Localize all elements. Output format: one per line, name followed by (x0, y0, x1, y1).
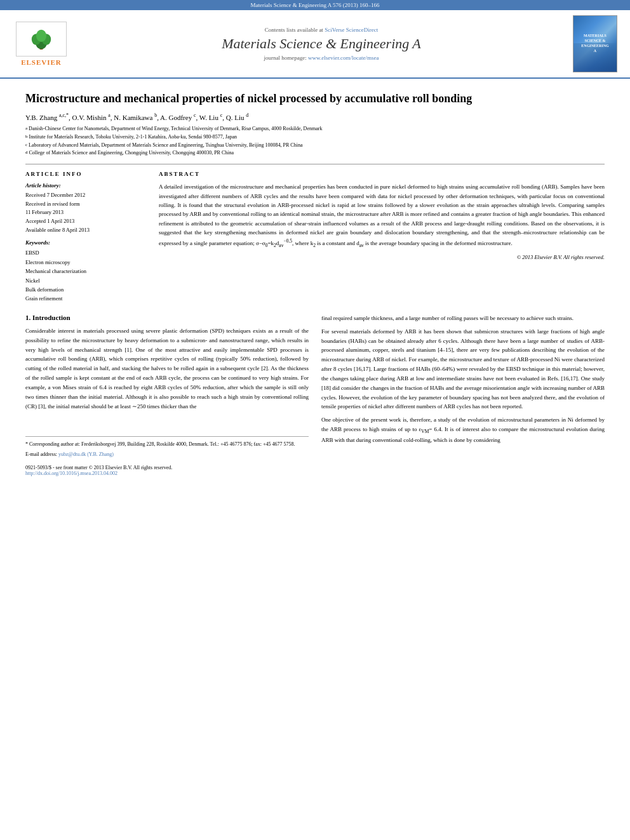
abstract-heading: ABSTRACT (159, 171, 605, 177)
email-note: E-mail address: yubz@dtu.dk (Y.B. Zhang) (25, 451, 309, 458)
body-col-left: 1. Introduction Considerable interest in… (25, 314, 309, 477)
journal-citation: Materials Science & Engineering A 576 (2… (250, 2, 379, 8)
affil-a: Danish-Chinese Center for Nanometals, De… (29, 125, 322, 133)
affil-b: Institute for Materials Research, Tohoku… (29, 133, 238, 142)
journal-cover-image: MATERIALSSCIENCE &ENGINEERINGA (573, 15, 617, 72)
journal-banner: ELSEVIER Contents lists available at Sci… (0, 10, 630, 79)
body-content: 1. Introduction Considerable interest in… (25, 314, 605, 477)
history-text: Received 7 December 2012 Received in rev… (25, 191, 146, 234)
elsevier-logo-box (16, 22, 67, 57)
email-label: E-mail address: (25, 451, 57, 457)
elsevier-logo: ELSEVIER (13, 22, 70, 66)
elsevier-tree-icon (25, 27, 57, 52)
email-link[interactable]: yubz@dtu.dk (Y.B. Zhang) (58, 451, 114, 457)
keywords-label: Keywords: (25, 239, 146, 246)
article-info-column: ARTICLE INFO Article history: Received 7… (25, 171, 146, 303)
cover-text: MATERIALSSCIENCE &ENGINEERINGA (581, 34, 608, 53)
copyright-text: © 2013 Elsevier B.V. All rights reserved… (159, 254, 605, 260)
keywords-list: EBSD Electron microscopy Mechanical char… (25, 248, 146, 303)
journal-homepage: journal homepage: www.elsevier.com/locat… (70, 55, 573, 61)
doi-text: http://dx.doi.org/10.1016/j.msea.2013.04… (25, 470, 309, 476)
body-col-right: final required sample thickness, and a l… (321, 314, 605, 477)
elsevier-wordmark: ELSEVIER (21, 58, 62, 66)
article-info-heading: ARTICLE INFO (25, 171, 146, 177)
intro-para-3: For several materials deformed by ARB it… (321, 327, 605, 412)
affil-d: College of Materials Science and Enginee… (29, 149, 234, 157)
sciverse-label: Contents lists available at SciVerse Sci… (70, 27, 573, 33)
svg-point-4 (36, 29, 46, 41)
section-divider (25, 164, 605, 164)
main-content: Microstructure and mechanical properties… (0, 79, 630, 489)
corresponding-note: * Corresponding author at: Frederiksborg… (25, 441, 309, 448)
affil-c: Laboratory of Advanced Materials, Depart… (29, 142, 302, 150)
intro-para-2: final required sample thickness, and a l… (321, 314, 605, 323)
intro-para-4: One objective of the present work is, th… (321, 415, 605, 445)
sciverse-link[interactable]: SciVerse ScienceDirect (325, 27, 378, 33)
authors-line: Y.B. Zhang a,c,*, O.V. Mishin a, N. Kami… (25, 112, 605, 121)
abstract-text: A detailed investigation of the microstr… (159, 182, 605, 249)
affiliations: aDanish-Chinese Center for Nanometals, D… (25, 125, 605, 157)
article-title: Microstructure and mechanical properties… (25, 91, 605, 106)
section-1-title: 1. Introduction (25, 314, 309, 321)
journal-title: Materials Science & Engineering A (70, 36, 573, 52)
journal-header-bar: Materials Science & Engineering A 576 (2… (0, 0, 630, 10)
history-label: Article history: (25, 182, 146, 189)
intro-para-1: Considerable interest in materials proce… (25, 326, 309, 411)
issn-line: 0921-5093/$ - see front matter © 2013 El… (25, 465, 309, 476)
issn-text: 0921-5093/$ - see front matter © 2013 El… (25, 465, 309, 470)
homepage-url[interactable]: www.elsevier.com/locate/msea (308, 55, 379, 61)
footnote-area: * Corresponding author at: Frederiksborg… (25, 436, 309, 476)
article-info-abstract-section: ARTICLE INFO Article history: Received 7… (25, 171, 605, 303)
journal-title-area: Contents lists available at SciVerse Sci… (70, 27, 573, 61)
abstract-column: ABSTRACT A detailed investigation of the… (159, 171, 605, 303)
